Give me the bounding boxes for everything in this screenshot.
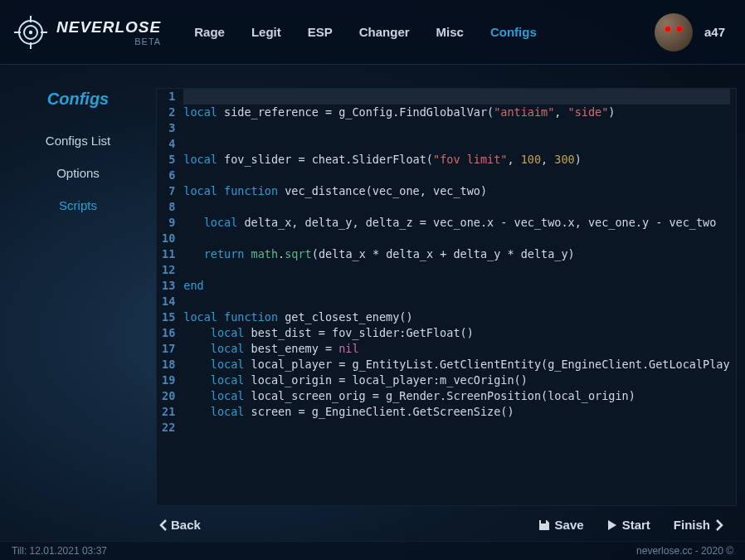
footer-status: Till: 12.01.2021 03:37 xyxy=(12,545,107,557)
brand-name: NEVERLOSE xyxy=(56,18,161,37)
back-label: Back xyxy=(171,518,201,532)
header: NEVERLOSE BETA RageLegitESPChangerMiscCo… xyxy=(0,0,745,65)
line-gutter: 12345678910111213141516171819202122 xyxy=(157,89,183,505)
nav-item-changer[interactable]: Changer xyxy=(359,25,410,39)
sidebar: Configs Configs ListOptionsScripts xyxy=(0,65,156,540)
sidebar-item-configs-list[interactable]: Configs List xyxy=(0,134,156,148)
main-nav: RageLegitESPChangerMiscConfigs xyxy=(194,25,655,39)
brand-tag: BETA xyxy=(134,37,161,46)
crosshair-icon xyxy=(13,15,48,50)
editor-toolbar: Back Save Start Finish xyxy=(156,506,737,540)
sidebar-title: Configs xyxy=(0,90,156,109)
username: a47 xyxy=(704,25,725,39)
nav-item-esp[interactable]: ESP xyxy=(308,25,333,39)
footer: Till: 12.01.2021 03:37 neverlose.cc - 20… xyxy=(0,541,745,560)
svg-point-2 xyxy=(29,30,32,33)
sidebar-item-options[interactable]: Options xyxy=(0,166,156,180)
start-button[interactable]: Start xyxy=(607,518,650,532)
finish-label: Finish xyxy=(674,518,710,532)
logo[interactable]: NEVERLOSE BETA xyxy=(13,15,161,50)
nav-item-misc[interactable]: Misc xyxy=(436,25,464,39)
back-button[interactable]: Back xyxy=(159,518,201,532)
footer-copy: neverlose.cc - 2020 © xyxy=(636,545,733,557)
save-button[interactable]: Save xyxy=(538,518,584,532)
start-label: Start xyxy=(622,518,650,532)
play-icon xyxy=(607,519,617,531)
nav-item-rage[interactable]: Rage xyxy=(194,25,225,39)
sidebar-item-scripts[interactable]: Scripts xyxy=(0,198,156,212)
avatar xyxy=(655,13,693,51)
save-label: Save xyxy=(555,518,584,532)
finish-button[interactable]: Finish xyxy=(674,518,723,532)
save-icon xyxy=(538,519,550,531)
code-editor[interactable]: 12345678910111213141516171819202122 loca… xyxy=(156,88,737,506)
nav-item-configs[interactable]: Configs xyxy=(490,25,537,39)
chevron-left-icon xyxy=(159,519,168,531)
main-panel: 12345678910111213141516171819202122 loca… xyxy=(156,65,745,540)
user-block[interactable]: a47 xyxy=(655,13,725,51)
chevron-right-icon xyxy=(715,519,723,531)
code-area[interactable]: local side_reference = g_Config.FindGlob… xyxy=(183,89,733,505)
nav-item-legit[interactable]: Legit xyxy=(251,25,281,39)
